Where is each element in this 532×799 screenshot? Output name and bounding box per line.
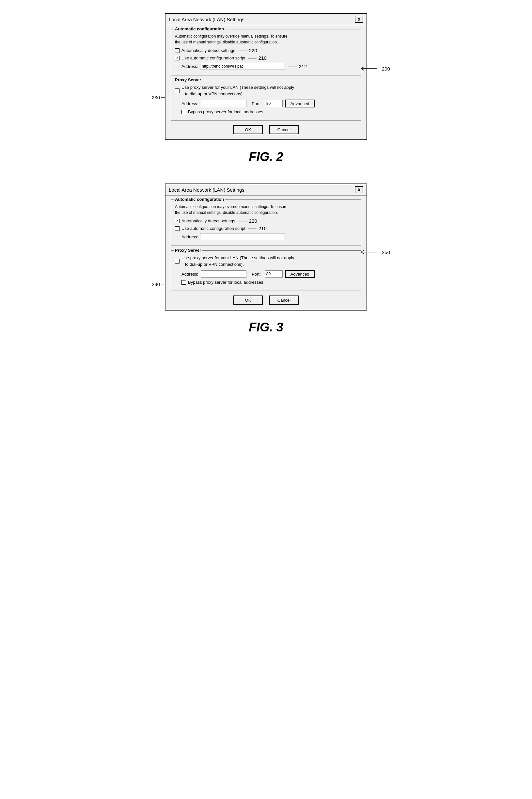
cancel-button-fig2[interactable]: Cancel	[269, 125, 299, 134]
bypass-checkbox-fig2[interactable]	[182, 110, 186, 114]
proxy-server-legend-fig2: Proxy Server	[174, 77, 202, 82]
dialog-footer-fig3: OK Cancel	[171, 296, 361, 305]
proxy-server-group-fig3: Proxy Server Use proxy server for your L…	[171, 250, 361, 291]
address-label-fig2: Address:	[182, 64, 198, 69]
close-button-fig3[interactable]: X	[355, 186, 363, 193]
auto-script-row-fig3: Use automatic configuration script —— 21…	[175, 226, 357, 231]
dialog-footer-fig2: OK Cancel	[171, 125, 361, 134]
detect-settings-checkbox-fig3[interactable]	[175, 219, 179, 223]
dialog-fig2: Local Area Network (LAN) Settings X Auto…	[165, 13, 367, 140]
detect-settings-row-fig3: Automatically detect settings —— 220	[175, 218, 357, 224]
auto-config-legend-fig3: Automatic configuration	[174, 197, 225, 202]
auto-config-group-fig2: Automatic configuration Automatic config…	[171, 29, 361, 75]
proxy-server-desc-fig3: Use proxy server for your LAN (These set…	[175, 255, 357, 267]
cancel-button-fig3[interactable]: Cancel	[269, 296, 299, 305]
figure-label-3: FIG. 3	[249, 320, 283, 334]
dialog-title-fig2: Local Area Network (LAN) Settings	[169, 17, 245, 22]
dialog-body-fig2: Automatic configuration Automatic config…	[166, 25, 366, 140]
dialog-fig3: Local Area Network (LAN) Settings X Auto…	[165, 184, 367, 311]
proxy-port-label-fig2: Port:	[252, 101, 261, 106]
detect-settings-line-fig3: ——	[239, 219, 247, 223]
annotation-200-fig2: 200	[361, 65, 390, 72]
proxy-checkbox-fig2[interactable]	[175, 89, 179, 93]
annotation-212-fig2: 212	[299, 64, 307, 69]
detect-settings-checkbox-fig2[interactable]	[175, 48, 179, 53]
proxy-checkbox-row-fig2: Use proxy server for your LAN (These set…	[175, 84, 357, 97]
annotation-220-fig3: 220	[249, 218, 257, 224]
auto-config-desc-fig3: Automatic configuration may override man…	[175, 204, 357, 216]
bypass-label-fig3: Bypass proxy server for local addresses	[188, 280, 263, 285]
detect-settings-label-fig2: Automatically detect settings	[182, 48, 235, 53]
proxy-address-label-fig3: Address:	[182, 272, 198, 277]
proxy-address-input-fig3[interactable]	[201, 271, 246, 278]
detect-settings-label-fig3: Automatically detect settings	[182, 219, 235, 223]
proxy-desc-fig2: Use proxy server for your LAN (These set…	[182, 84, 294, 97]
proxy-checkbox-row-fig3: Use proxy server for your LAN (These set…	[175, 255, 357, 267]
annotation-210-fig3: 210	[259, 226, 267, 231]
annotation-220-fig2: 220	[249, 48, 257, 53]
proxy-address-label-fig2: Address:	[182, 101, 198, 106]
proxy-address-row-fig2: Address: Port: Advanced	[182, 99, 357, 107]
advanced-button-fig3[interactable]: Advanced	[285, 270, 315, 278]
bypass-row-fig2: Bypass proxy server for local addresses	[182, 109, 357, 114]
annotation-250-fig3: 250	[361, 249, 390, 255]
address-label-fig3: Address:	[182, 235, 198, 239]
ok-button-fig3[interactable]: OK	[233, 296, 263, 305]
annotation-210-fig2: 210	[259, 55, 267, 61]
svg-line-10	[361, 250, 364, 252]
close-button-fig2[interactable]: X	[355, 16, 363, 23]
figure-3-section: 230 Local Area Network (LAN) Settings X …	[0, 184, 532, 334]
proxy-address-row-fig3: Address: Port: Advanced	[182, 270, 357, 278]
dialog-titlebar-fig3: Local Area Network (LAN) Settings X	[166, 184, 366, 196]
ok-button-fig2[interactable]: OK	[233, 125, 263, 134]
figure-label-2: FIG. 2	[249, 150, 283, 164]
auto-script-row-fig2: Use automatic configuration script —— 21…	[175, 55, 357, 61]
detect-settings-row-fig2: Automatically detect settings —— 220	[175, 48, 357, 53]
auto-script-checkbox-fig2[interactable]	[175, 56, 179, 60]
auto-config-group-fig3: Automatic configuration Automatic config…	[171, 200, 361, 246]
auto-script-line-fig2: ——	[248, 56, 256, 60]
address-row-fig3: Address:	[182, 233, 357, 240]
figure-2-section: 230 Local Area Network (LAN) Settings X …	[0, 13, 532, 164]
proxy-port-input-fig3[interactable]	[265, 271, 283, 278]
auto-script-checkbox-fig3[interactable]	[175, 226, 179, 231]
address-line-fig2: ——	[288, 64, 297, 69]
svg-line-11	[361, 252, 364, 254]
auto-script-label-fig2: Use automatic configuration script	[182, 56, 245, 60]
advanced-button-fig2[interactable]: Advanced	[285, 99, 315, 107]
proxy-desc-fig3: Use proxy server for your LAN (These set…	[182, 255, 294, 267]
address-input-fig2[interactable]	[200, 63, 285, 70]
auto-config-desc-fig2: Automatic configuration may override man…	[175, 33, 357, 45]
dialog-title-fig3: Local Area Network (LAN) Settings	[169, 187, 245, 193]
detect-settings-line-fig2: ——	[239, 48, 247, 53]
proxy-port-input-fig2[interactable]	[265, 100, 283, 107]
bypass-checkbox-fig3[interactable]	[182, 280, 186, 285]
proxy-checkbox-fig3[interactable]	[175, 259, 179, 263]
svg-line-5	[361, 69, 364, 71]
address-input-fig3[interactable]	[200, 233, 285, 240]
dialog-body-fig3: Automatic configuration Automatic config…	[166, 196, 366, 310]
proxy-address-input-fig2[interactable]	[201, 100, 246, 107]
address-row-fig2: Address: —— 212	[182, 63, 357, 70]
proxy-server-group-fig2: Proxy Server Use proxy server for your L…	[171, 80, 361, 120]
proxy-port-label-fig3: Port:	[252, 272, 261, 277]
auto-script-label-fig3: Use automatic configuration script	[182, 226, 245, 231]
proxy-server-desc-fig2: Use proxy server for your LAN (These set…	[175, 84, 357, 97]
auto-script-line-fig3: ——	[248, 226, 256, 231]
auto-config-legend-fig2: Automatic configuration	[174, 26, 225, 31]
svg-line-4	[361, 67, 364, 69]
dialog-titlebar-fig2: Local Area Network (LAN) Settings X	[166, 14, 366, 25]
bypass-label-fig2: Bypass proxy server for local addresses	[188, 109, 263, 114]
proxy-server-legend-fig3: Proxy Server	[174, 248, 202, 253]
bypass-row-fig3: Bypass proxy server for local addresses	[182, 280, 357, 285]
